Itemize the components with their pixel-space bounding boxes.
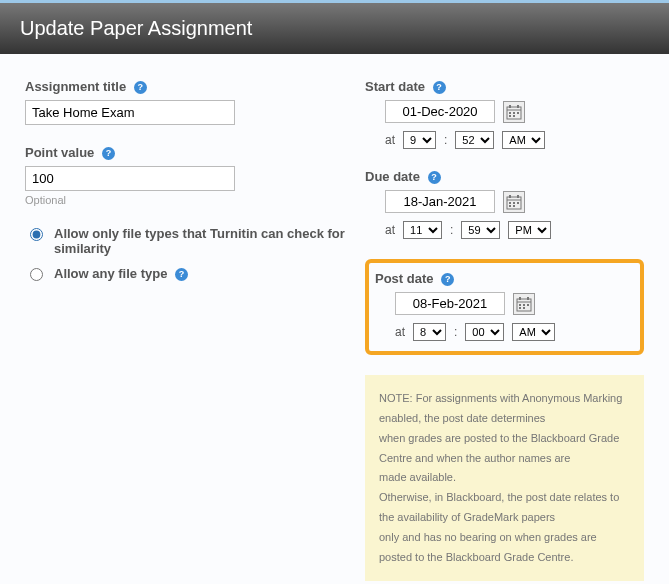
svg-rect-5 [513, 112, 515, 114]
svg-rect-21 [527, 297, 529, 300]
post-min-select[interactable]: 00 [465, 323, 504, 341]
at-text: at [385, 223, 395, 237]
at-text: at [395, 325, 405, 339]
help-icon[interactable]: ? [428, 171, 441, 184]
assignment-title-label-text: Assignment title [25, 79, 126, 94]
due-time-line: at 11 : 59 PM [365, 221, 644, 239]
note-line: only and has no bearing on when grades a… [379, 528, 630, 568]
left-column: Assignment title ? Point value ? Optiona… [25, 79, 350, 581]
optional-hint: Optional [25, 194, 350, 206]
start-date-label: Start date ? [365, 79, 644, 94]
note-line: made available. [379, 468, 630, 488]
radio-any-row[interactable]: Allow any file type ? [25, 266, 350, 281]
assignment-title-input[interactable] [25, 100, 235, 125]
svg-rect-11 [509, 195, 511, 198]
post-date-highlight: Post date ? at 8 : 00 AM [365, 259, 644, 355]
due-date-line [365, 190, 644, 213]
svg-rect-7 [509, 115, 511, 117]
radio-only[interactable] [30, 228, 43, 241]
calendar-icon[interactable] [503, 191, 525, 213]
start-date-input[interactable] [385, 100, 495, 123]
svg-rect-14 [513, 202, 515, 204]
start-date-line [365, 100, 644, 123]
svg-rect-12 [517, 195, 519, 198]
post-date-line [375, 292, 634, 315]
start-time-line: at 9 : 52 AM [365, 131, 644, 149]
due-min-select[interactable]: 59 [461, 221, 500, 239]
svg-rect-13 [509, 202, 511, 204]
post-hour-select[interactable]: 8 [413, 323, 446, 341]
start-ampm-select[interactable]: AM [502, 131, 545, 149]
note-line: Otherwise, in Blackboard, the post date … [379, 488, 630, 528]
post-date-label: Post date ? [375, 271, 634, 286]
svg-rect-22 [519, 304, 521, 306]
svg-rect-26 [523, 307, 525, 309]
colon-text: : [454, 325, 457, 339]
svg-rect-24 [527, 304, 529, 306]
note-line: NOTE: For assignments with Anonymous Mar… [379, 389, 630, 429]
radio-any-label: Allow any file type ? [54, 266, 350, 281]
calendar-icon[interactable] [513, 293, 535, 315]
svg-rect-20 [519, 297, 521, 300]
point-value-label: Point value ? [25, 145, 350, 160]
file-type-radios: Allow only file types that Turnitin can … [25, 226, 350, 281]
at-text: at [385, 133, 395, 147]
due-date-label: Due date ? [365, 169, 644, 184]
help-icon[interactable]: ? [102, 147, 115, 160]
post-ampm-select[interactable]: AM [512, 323, 555, 341]
assignment-title-label: Assignment title ? [25, 79, 350, 94]
point-value-label-text: Point value [25, 145, 94, 160]
right-column: Start date ? at 9 : 52 AM [365, 79, 659, 581]
svg-rect-4 [509, 112, 511, 114]
note-box: NOTE: For assignments with Anonymous Mar… [365, 375, 644, 581]
point-value-input[interactable] [25, 166, 235, 191]
colon-text: : [444, 133, 447, 147]
svg-rect-2 [509, 105, 511, 108]
calendar-svg [516, 296, 532, 312]
post-date-input[interactable] [395, 292, 505, 315]
svg-rect-6 [517, 112, 519, 114]
due-ampm-select[interactable]: PM [508, 221, 551, 239]
calendar-icon[interactable] [503, 101, 525, 123]
due-date-input[interactable] [385, 190, 495, 213]
start-min-select[interactable]: 52 [455, 131, 494, 149]
calendar-svg [506, 194, 522, 210]
svg-rect-15 [517, 202, 519, 204]
svg-rect-16 [509, 205, 511, 207]
point-value-field: Point value ? Optional [25, 145, 350, 206]
svg-rect-8 [513, 115, 515, 117]
help-icon[interactable]: ? [433, 81, 446, 94]
help-icon[interactable]: ? [175, 268, 188, 281]
post-date-label-text: Post date [375, 271, 434, 286]
post-time-line: at 8 : 00 AM [375, 323, 634, 341]
page-root: Update Paper Assignment Assignment title… [0, 0, 669, 584]
svg-rect-17 [513, 205, 515, 207]
radio-any[interactable] [30, 268, 43, 281]
page-header: Update Paper Assignment [0, 0, 669, 54]
due-date-label-text: Due date [365, 169, 420, 184]
colon-text: : [450, 223, 453, 237]
radio-any-label-text: Allow any file type [54, 266, 167, 281]
start-date-label-text: Start date [365, 79, 425, 94]
svg-rect-25 [519, 307, 521, 309]
due-date-section: Due date ? at 11 : 59 PM [365, 169, 644, 239]
assignment-title-field: Assignment title ? [25, 79, 350, 125]
due-hour-select[interactable]: 11 [403, 221, 442, 239]
radio-only-label: Allow only file types that Turnitin can … [54, 226, 350, 256]
help-icon[interactable]: ? [441, 273, 454, 286]
content-area: Assignment title ? Point value ? Optiona… [0, 54, 669, 584]
start-hour-select[interactable]: 9 [403, 131, 436, 149]
calendar-svg [506, 104, 522, 120]
start-date-section: Start date ? at 9 : 52 AM [365, 79, 644, 149]
note-line: when grades are posted to the Blackboard… [379, 429, 630, 469]
svg-rect-23 [523, 304, 525, 306]
svg-rect-3 [517, 105, 519, 108]
page-title: Update Paper Assignment [20, 17, 252, 39]
help-icon[interactable]: ? [134, 81, 147, 94]
radio-only-row[interactable]: Allow only file types that Turnitin can … [25, 226, 350, 256]
